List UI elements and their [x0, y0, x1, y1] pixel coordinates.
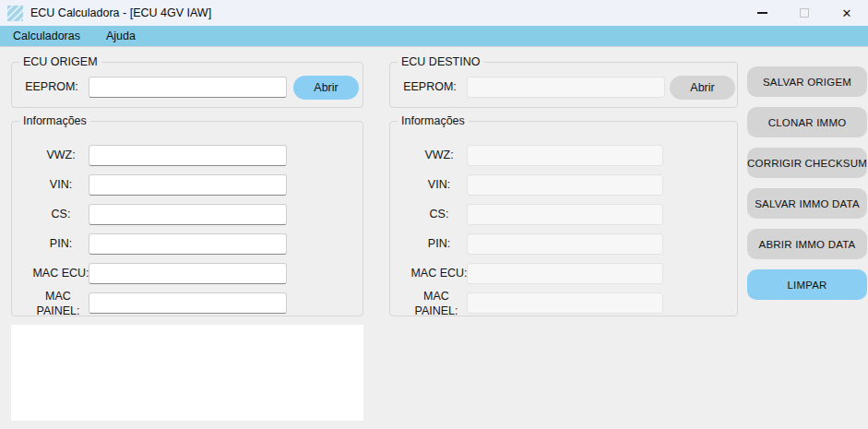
clonar-immo-button[interactable]: CLONAR IMMO [747, 107, 867, 137]
destino-pin-input [467, 233, 663, 255]
ecu-destino-group-title: ECU DESTINO [398, 55, 483, 68]
destino-pin-label: PIN: [409, 237, 470, 252]
origem-mac-ecu-input[interactable] [89, 263, 287, 284]
destino-mac-painel-input [467, 292, 663, 314]
origem-vwz-label: VWZ: [30, 149, 91, 163]
menu-item-calculadoras[interactable]: Calculadoras [0, 26, 97, 46]
destino-eeprom-label: EEPROM: [399, 80, 460, 95]
app-icon [7, 6, 23, 21]
origem-vin-label: VIN: [30, 178, 91, 193]
origem-eeprom-input[interactable] [89, 77, 287, 98]
close-button-icon[interactable]: ✕ [826, 0, 868, 26]
action-button-stack: SALVAR ORIGEM CLONAR IMMO CORRIGIR CHECK… [747, 66, 867, 300]
destino-eeprom-input [467, 77, 665, 98]
menu-item-ajuda[interactable]: Ajuda [97, 26, 145, 46]
destino-vin-input [467, 174, 663, 196]
destino-vin-label: VIN: [409, 178, 470, 193]
destino-vwz-label: VWZ: [409, 149, 470, 163]
informacoes-origem-group-title: Informações [19, 114, 90, 127]
menu-bar: Calculadoras Ajuda [0, 26, 868, 47]
destino-abrir-button[interactable]: Abrir [670, 76, 735, 100]
window-controls: ✕ [741, 0, 868, 26]
corrigir-checksum-button[interactable]: CORRIGIR CHECKSUM [747, 148, 867, 178]
origem-pin-label: PIN: [30, 237, 91, 252]
origem-cs-label: CS: [30, 208, 91, 222]
destino-mac-ecu-input [467, 263, 663, 284]
origem-vin-input[interactable] [89, 174, 287, 196]
destino-cs-label: CS: [409, 208, 470, 222]
informacoes-destino-group: Informações VWZ: VIN: CS: PIN: MAC ECU: … [389, 114, 738, 316]
informacoes-destino-group-title: Informações [398, 114, 469, 127]
minimize-button-icon[interactable] [741, 0, 783, 26]
limpar-button[interactable]: LIMPAR [747, 269, 867, 300]
ecu-origem-group: ECU ORIGEM EEPROM: Abrir [11, 55, 363, 108]
origem-abrir-button[interactable]: Abrir [293, 76, 359, 100]
maximize-button-icon [783, 0, 826, 26]
destino-cs-input [467, 204, 663, 225]
destino-mac-painel-label: MAC PAINEL: [409, 290, 464, 318]
destino-vwz-input [467, 145, 663, 166]
origem-mac-ecu-label: MAC ECU: [30, 267, 91, 281]
log-output-area[interactable] [11, 325, 363, 421]
informacoes-origem-group: Informações VWZ: VIN: CS: PIN: MAC ECU: … [11, 114, 363, 316]
app-window: ECU Calculadora - [ECU 4GV IAW] ✕ Calcul… [0, 0, 868, 429]
salvar-origem-button[interactable]: SALVAR ORIGEM [747, 66, 867, 97]
origem-pin-input[interactable] [89, 233, 287, 255]
origem-mac-painel-input[interactable] [89, 292, 287, 314]
destino-mac-ecu-label: MAC ECU: [409, 267, 470, 281]
abrir-immo-data-button[interactable]: ABRIR IMMO DATA [747, 229, 867, 259]
origem-mac-painel-label: MAC PAINEL: [30, 290, 86, 318]
title-bar: ECU Calculadora - [ECU 4GV IAW] ✕ [0, 0, 868, 26]
origem-cs-input[interactable] [89, 204, 287, 225]
ecu-origem-group-title: ECU ORIGEM [19, 55, 101, 68]
ecu-destino-group: ECU DESTINO EEPROM: Abrir [389, 55, 738, 108]
salvar-immo-data-button[interactable]: SALVAR IMMO DATA [747, 188, 867, 219]
origem-eeprom-label: EEPROM: [21, 80, 82, 95]
origem-vwz-input[interactable] [89, 145, 287, 166]
window-title: ECU Calculadora - [ECU 4GV IAW] [30, 6, 211, 19]
